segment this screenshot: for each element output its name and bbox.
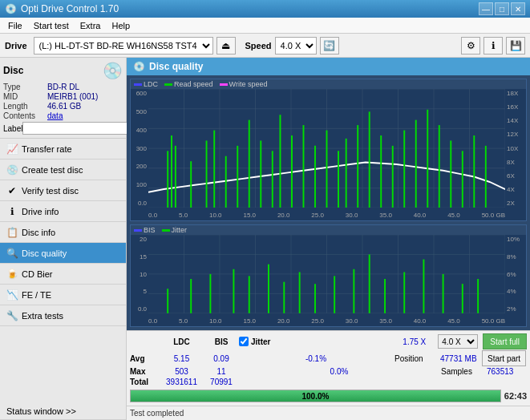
stats-speed-header: 1.75 X [392,337,436,346]
y1-300: 300 [131,145,148,152]
start-part-button[interactable]: Start part [482,350,526,366]
chart-bis: BIS Jitter 20 15 10 5 0.0 [130,224,527,327]
nav-extra-tests[interactable]: 🔧 Extra tests [0,305,126,326]
speed-label: Speed [245,41,272,50]
disc-mid-row: MID MEIRB1 (001) [3,92,123,101]
nav-drive-info[interactable]: ℹ Drive info [0,201,126,222]
save-button[interactable]: 💾 [506,37,525,55]
status-bar: Test completed [127,406,530,420]
disc-image-icon: 💿 [103,61,123,80]
jitter-label: Jitter [251,337,270,346]
total-bis: 70991 [205,378,237,386]
yr1-18x: 18X [505,90,526,97]
avg-label: Avg [130,354,158,363]
content-header-icon: 💿 [133,61,145,72]
close-button[interactable]: ✕ [511,2,525,15]
menu-help[interactable]: Help [107,18,135,33]
yr1-4x: 4X [505,186,526,193]
yr2-4: 4% [505,288,526,295]
avg-bis: 0.09 [205,354,237,363]
chart1-x-labels: 0.0 5.0 10.0 15.0 20.0 25.0 30.0 35.0 40… [148,212,505,219]
drive-select[interactable]: (L:) HL-DT-ST BD-RE WH16NS58 TST4 [34,37,213,55]
x1-50: 50.0 GB [482,212,505,219]
chart1-legend: LDC Read speed Write speed [131,79,526,89]
y2-15: 15 [131,253,148,260]
menu-file[interactable]: File [3,18,27,33]
jitter-checkbox[interactable] [239,337,249,346]
titlebar-controls: — □ ✕ [479,2,525,15]
yr1-14x: 14X [505,117,526,124]
legend-read-speed-label: Read speed [174,80,213,88]
nav-disc-quality[interactable]: 🔍 Disc quality [0,243,126,264]
jitter-checkbox-area: Jitter [239,337,390,346]
stats-area: LDC BIS Jitter 1.75 X 4.0 X Start full [127,330,530,406]
chart2-y-left: 20 15 10 5 0.0 [131,235,148,313]
chart2-x-labels: 0.0 5.0 10.0 15.0 20.0 25.0 30.0 35.0 40… [148,317,505,325]
nav-cd-bier[interactable]: 🍺 CD Bier [0,264,126,285]
content-header: 💿 Disc quality [127,58,530,75]
y2-20: 20 [131,236,148,243]
nav-verify-test-disc[interactable]: ✔ Verify test disc [0,180,126,201]
nav-disc-info[interactable]: 📋 Disc info [0,222,126,243]
max-ldc: 503 [160,367,204,376]
x2-15: 15.0 [243,317,256,325]
minimize-button[interactable]: — [479,2,493,15]
settings-button[interactable]: ⚙ [461,37,480,55]
stats-speed-value: 1.75 X [403,337,426,346]
status-window-label: Status window >> [6,406,76,416]
x2-5: 5.0 [179,317,188,325]
x2-20: 20.0 [277,317,290,325]
cd-bier-icon: 🍺 [6,269,18,280]
y1-0: 0.0 [131,200,148,207]
disc-header: Disc 💿 [3,61,123,80]
stats-header-row: LDC BIS Jitter 1.75 X 4.0 X Start full [130,333,527,349]
menu-extra[interactable]: Extra [75,18,106,33]
chart-ldc: LDC Read speed Write speed 600 [130,79,527,221]
progress-row: 100.0% 62:43 [130,388,527,404]
refresh-button[interactable]: 🔄 [320,37,339,55]
toolbar: Drive (L:) HL-DT-ST BD-RE WH16NS58 TST4 … [0,34,530,58]
x1-10: 10.0 [209,212,222,219]
maximize-button[interactable]: □ [495,2,509,15]
legend-write-speed-label: Write speed [229,80,268,88]
nav-create-test-disc-label: Create test disc [22,165,83,175]
chart2-legend: BIS Jitter [131,225,526,235]
chart2-svg [148,235,505,313]
content-title: Disc quality [149,61,203,72]
x1-40: 40.0 [414,212,427,219]
speed-display-select[interactable]: 4.0 X [438,334,478,349]
nav-transfer-rate[interactable]: 📈 Transfer rate [0,139,126,160]
x1-25: 25.0 [311,212,324,219]
status-window-button[interactable]: Status window >> [0,402,126,420]
disc-contents-value[interactable]: data [47,111,123,120]
bis-dot [134,229,142,232]
y1-600: 600 [131,90,148,97]
menu-start-test[interactable]: Start test [29,18,74,33]
chart1-y-right: 18X 16X 14X 12X 10X 8X 6X 4X 2X [505,89,526,208]
max-jitter: 0.0% [239,367,439,376]
speed-select[interactable]: 4.0 X [275,37,317,55]
yr1-2x: 2X [505,200,526,207]
x2-50: 50.0 GB [482,317,505,325]
samples-label: Samples [441,367,485,376]
disc-length-label: Length [3,102,47,111]
time-display: 62:43 [504,391,527,401]
drive-label: Drive [5,41,27,50]
read-speed-dot [164,83,172,86]
disc-mid-value: MEIRB1 (001) [47,92,123,101]
nav-fe-te[interactable]: 📉 FE / TE [0,285,126,305]
start-full-button[interactable]: Start full [483,333,527,349]
disc-label-input[interactable] [22,122,129,135]
sidebar: Disc 💿 Type BD-R DL MID MEIRB1 (001) Len… [0,58,127,420]
eject-button[interactable]: ⏏ [216,37,236,55]
disc-section: Disc 💿 Type BD-R DL MID MEIRB1 (001) Len… [0,58,126,139]
stats-avg-row: Avg 5.15 0.09 -0.1% Position 47731 MB St… [130,350,527,366]
disc-type-row: Type BD-R DL [3,83,123,91]
nav-verify-test-disc-label: Verify test disc [22,186,79,196]
nav-drive-info-label: Drive info [22,207,59,216]
info-button[interactable]: ℹ [483,37,503,55]
x2-10: 10.0 [209,317,222,325]
nav-create-test-disc[interactable]: 💿 Create test disc [0,160,126,180]
drive-info-icon: ℹ [6,206,18,217]
x1-30: 30.0 [346,212,358,219]
